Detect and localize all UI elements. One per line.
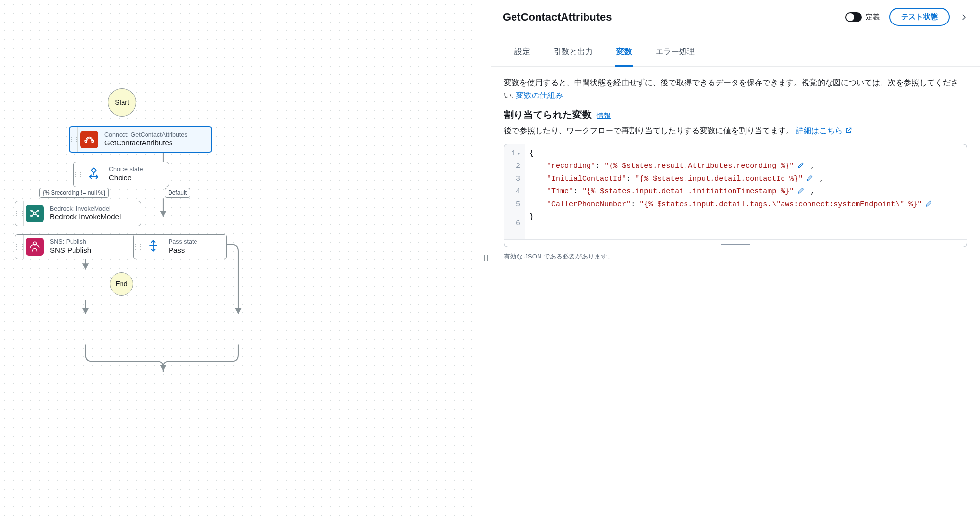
how-variables-work-link[interactable]: 変数の仕組み <box>516 91 563 99</box>
svg-marker-4 <box>82 308 89 314</box>
end-node[interactable]: End <box>110 272 133 296</box>
start-node[interactable]: Start <box>108 88 136 117</box>
svg-marker-1 <box>160 211 166 217</box>
variables-description: 変数を使用すると、中間状態を経由せずに、後で取得できるデータを保存できます。視覚… <box>504 76 967 101</box>
state-node-choice[interactable]: ⋮⋮ Choice state Choice <box>74 162 169 187</box>
definition-toggle-label: 定義 <box>866 13 880 22</box>
state-node-get-contact-attributes[interactable]: ⋮⋮ Connect: GetContactAttributes GetCont… <box>69 126 212 153</box>
state-title: Choice <box>109 173 143 183</box>
toggle-switch-icon <box>845 12 862 22</box>
test-state-button[interactable]: テスト状態 <box>889 8 950 26</box>
drag-handle-icon[interactable]: ⋮⋮ <box>15 235 24 259</box>
drag-handle-icon[interactable]: ⋮⋮ <box>74 162 82 187</box>
tab-io[interactable]: 引数と出力 <box>542 42 605 66</box>
end-node-label: End <box>116 280 128 288</box>
state-title: Bedrock InvokeModel <box>50 212 121 222</box>
panel-tabs: 設定 引数と出力 変数 エラー処理 <box>491 33 980 67</box>
start-node-label: Start <box>115 98 129 106</box>
svg-marker-3 <box>235 308 241 314</box>
learn-more-link[interactable]: 詳細はこちら <box>796 126 852 135</box>
editor-content[interactable]: { "recording": "{% $states.result.Attrib… <box>525 144 967 239</box>
state-title: GetContactAttributes <box>104 139 188 148</box>
choice-default-label[interactable]: Default <box>165 188 190 198</box>
info-link[interactable]: 情報 <box>597 112 611 120</box>
pencil-icon[interactable] <box>797 187 805 195</box>
state-subtitle: Pass state <box>169 238 197 246</box>
state-subtitle: Bedrock: InvokeModel <box>50 205 121 212</box>
pencil-icon[interactable] <box>925 199 933 208</box>
svg-marker-5 <box>160 365 166 371</box>
state-subtitle: Choice state <box>109 166 143 173</box>
drag-handle-icon[interactable]: ⋮⋮ <box>15 201 24 226</box>
state-subtitle: Connect: GetContactAttributes <box>104 131 188 139</box>
state-title: SNS Publish <box>50 246 91 255</box>
assign-description: 後で参照したり、ワークフローで再割り当てしたりする変数に値を割り当てます。 詳細… <box>504 124 967 137</box>
drag-handle-icon[interactable]: ⋮⋮ <box>134 235 142 259</box>
chevron-right-icon[interactable] <box>959 13 968 22</box>
editor-gutter: 1▾ 2 3 4 5 6 <box>504 144 525 239</box>
tab-config[interactable]: 設定 <box>503 42 542 66</box>
tab-variables[interactable]: 変数 <box>605 42 644 66</box>
workflow-canvas[interactable]: Start ⋮⋮ Connect: GetContactAttributes G… <box>0 0 480 516</box>
sns-service-icon <box>26 238 44 256</box>
svg-marker-2 <box>82 263 89 269</box>
state-node-bedrock[interactable]: ⋮⋮ Bedrock: InvokeModel Bedrock InvokeMo… <box>15 201 141 226</box>
editor-resize-handle[interactable] <box>504 239 967 247</box>
pencil-icon[interactable] <box>797 161 805 169</box>
state-title: Pass <box>169 246 197 255</box>
drag-handle-icon[interactable]: ⋮⋮ <box>70 127 78 152</box>
choice-icon <box>87 166 100 182</box>
choice-rule-label[interactable]: {% $recording != null %} <box>39 188 109 198</box>
inspector-panel: GetContactAttributes 定義 テスト状態 設定 引数と出力 変… <box>491 0 980 516</box>
state-node-pass[interactable]: ⋮⋮ Pass state Pass <box>133 234 227 259</box>
json-hint: 有効な JSON である必要があります。 <box>504 252 967 261</box>
state-subtitle: SNS: Publish <box>50 238 91 246</box>
pane-resize-handle[interactable] <box>480 0 491 516</box>
connect-service-icon <box>80 131 98 148</box>
pencil-icon[interactable] <box>806 174 814 182</box>
state-node-sns[interactable]: ⋮⋮ SNS: Publish SNS Publish <box>15 234 141 259</box>
definition-toggle[interactable]: 定義 <box>845 12 880 22</box>
panel-title: GetContactAttributes <box>503 11 835 23</box>
pass-icon <box>147 239 160 254</box>
bedrock-service-icon <box>26 205 44 222</box>
assigned-variables-heading: 割り当てられた変数 <box>504 108 592 121</box>
tab-errors[interactable]: エラー処理 <box>644 42 707 66</box>
json-editor[interactable]: 1▾ 2 3 4 5 6 { "recording": "{% $states.… <box>504 144 967 247</box>
